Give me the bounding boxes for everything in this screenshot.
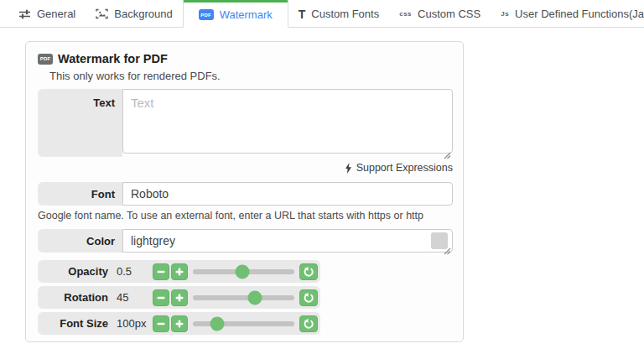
font-size-label: Font Size [38,317,108,330]
panel-title-row: PDF Watermark for PDF [38,52,453,65]
opacity-slider-handle[interactable] [236,264,250,279]
font-size-increase-button[interactable] [171,315,188,332]
tab-label: General [37,8,75,20]
rotation-slider-track[interactable] [193,295,294,300]
font-size-slider-handle[interactable] [210,316,225,331]
tune-icon [18,8,31,20]
slider-row-opacity: Opacity 0.5 [38,260,320,283]
opacity-reset-button[interactable] [299,263,318,280]
pdf-badge-icon: PDF [199,9,214,20]
tab-background[interactable]: Background [86,0,182,28]
slider-row-font-size: Font Size 100px [38,312,320,335]
opacity-label: Opacity [38,265,108,278]
tab-label: User Defined Functions(Javascript) [515,8,644,20]
rotation-label: Rotation [38,291,108,304]
color-field-wrap [122,229,453,253]
tab-custom-fonts[interactable]: T Custom Fonts [288,0,389,28]
watermark-text-input[interactable] [122,89,453,154]
rotation-slider-handle[interactable] [247,290,262,305]
opacity-decrease-button[interactable] [153,263,169,280]
tab-user-defined-functions[interactable]: Js User Defined Functions(Javascript) [491,0,644,28]
rotation-decrease-button[interactable] [153,289,169,306]
tab-custom-css[interactable]: css Custom CSS [389,0,491,28]
image-icon [96,8,108,19]
font-field-label: Font [38,182,122,206]
font-field-row: Font [38,182,453,206]
tab-label: Custom Fonts [311,8,379,20]
resize-handle-icon[interactable] [444,148,451,155]
watermark-panel: PDF Watermark for PDF This only works fo… [25,41,464,342]
flash-icon [345,163,352,174]
resize-handle-icon[interactable] [444,243,451,251]
opacity-increase-button[interactable] [171,263,188,280]
color-field-label: Color [38,229,122,253]
support-expressions-label: Support Expressions [356,162,453,174]
tab-label: Custom CSS [418,8,480,20]
javascript-icon: Js [501,10,509,18]
tab-general[interactable]: General [8,0,86,28]
panel-subtitle: This only works for rendered PDFs. [49,70,453,82]
rotation-increase-button[interactable] [171,289,188,306]
color-field-row: Color [38,229,453,253]
tab-label: Watermark [220,8,273,21]
css-icon: css [399,10,412,18]
text-field-row: Text [38,89,453,157]
rotation-reset-button[interactable] [299,289,318,306]
panel-title: Watermark for PDF [58,52,168,65]
text-field-label: Text [38,89,122,157]
opacity-value: 0.5 [117,265,153,278]
rotation-value: 45 [117,291,153,304]
font-size-slider-track[interactable] [193,321,294,326]
font-size-value: 100px [117,317,153,330]
slider-row-rotation: Rotation 45 [38,286,320,309]
text-field-wrap [122,89,453,157]
opacity-slider-track[interactable] [193,269,294,274]
settings-tab-bar: General Background PDF Watermark T Custo… [0,0,644,28]
font-size-reset-button[interactable] [299,315,318,332]
pdf-badge-icon: PDF [38,54,53,65]
font-size-decrease-button[interactable] [153,315,169,332]
font-help-text: Google font name. To use an external fon… [38,210,453,221]
color-input[interactable] [122,229,453,253]
support-expressions-note: Support Expressions [38,162,453,174]
font-name-input[interactable] [122,182,453,206]
tab-watermark[interactable]: PDF Watermark [183,0,288,28]
text-icon: T [299,8,306,21]
tab-label: Background [114,8,172,20]
